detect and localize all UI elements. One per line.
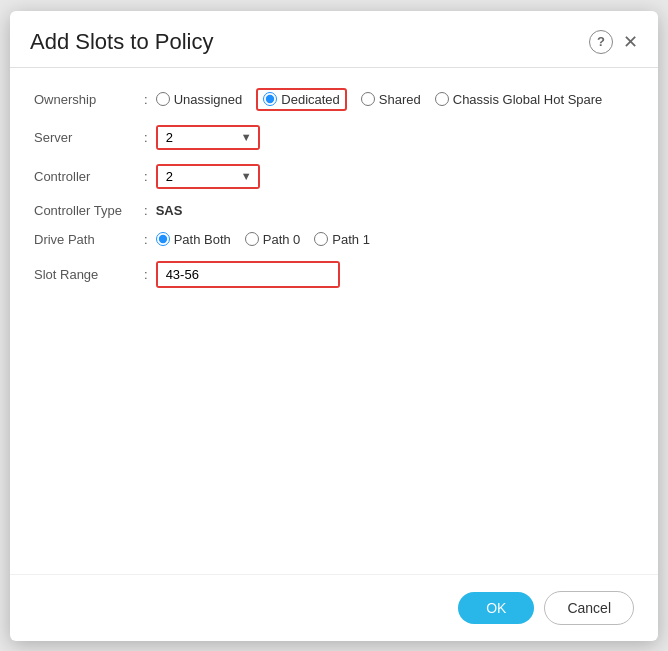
server-label: Server	[34, 130, 144, 145]
dialog-footer: OK Cancel	[10, 574, 658, 641]
ownership-row: Ownership : Unassigned Dedicated Shared	[34, 88, 634, 111]
drive-path-0[interactable]: Path 0	[245, 232, 301, 247]
ownership-label: Ownership	[34, 92, 144, 107]
add-slots-dialog: Add Slots to Policy ? ✕ Ownership : Unas…	[10, 11, 658, 641]
drive-path-0-radio[interactable]	[245, 232, 259, 246]
ownership-unassigned[interactable]: Unassigned	[156, 92, 243, 107]
drive-path-1[interactable]: Path 1	[314, 232, 370, 247]
ownership-shared[interactable]: Shared	[361, 92, 421, 107]
server-row: Server : 2 1 3 ▼	[34, 125, 634, 150]
controller-type-label: Controller Type	[34, 203, 144, 218]
ownership-dedicated-label: Dedicated	[281, 92, 340, 107]
ownership-radio-group: Unassigned Dedicated Shared Chassis Glob…	[156, 88, 603, 111]
drive-path-both[interactable]: Path Both	[156, 232, 231, 247]
close-button[interactable]: ✕	[623, 33, 638, 51]
drive-path-both-radio[interactable]	[156, 232, 170, 246]
ownership-chassis-radio[interactable]	[435, 92, 449, 106]
controller-row: Controller : 2 1 3 ▼	[34, 164, 634, 189]
controller-type-row: Controller Type : SAS	[34, 203, 634, 218]
ok-button[interactable]: OK	[458, 592, 534, 624]
ownership-unassigned-label: Unassigned	[174, 92, 243, 107]
dialog-header: Add Slots to Policy ? ✕	[10, 11, 658, 68]
controller-type-colon: :	[144, 203, 148, 218]
controller-colon: :	[144, 169, 148, 184]
drive-path-colon: :	[144, 232, 148, 247]
ownership-chassis-label: Chassis Global Hot Spare	[453, 92, 603, 107]
drive-path-1-label: Path 1	[332, 232, 370, 247]
help-button[interactable]: ?	[589, 30, 613, 54]
drive-path-row: Drive Path : Path Both Path 0 Path 1	[34, 232, 634, 247]
drive-path-1-radio[interactable]	[314, 232, 328, 246]
slot-range-row: Slot Range :	[34, 261, 634, 288]
cancel-button[interactable]: Cancel	[544, 591, 634, 625]
dialog-title: Add Slots to Policy	[30, 29, 213, 55]
controller-label: Controller	[34, 169, 144, 184]
drive-path-0-label: Path 0	[263, 232, 301, 247]
drive-path-both-label: Path Both	[174, 232, 231, 247]
header-actions: ? ✕	[589, 30, 638, 54]
ownership-shared-radio[interactable]	[361, 92, 375, 106]
slot-range-colon: :	[144, 267, 148, 282]
ownership-chassis[interactable]: Chassis Global Hot Spare	[435, 92, 603, 107]
drive-path-label: Drive Path	[34, 232, 144, 247]
controller-select-wrapper: 2 1 3 ▼	[156, 164, 260, 189]
slot-range-wrapper	[156, 261, 340, 288]
server-select[interactable]: 2 1 3	[158, 127, 258, 148]
ownership-unassigned-radio[interactable]	[156, 92, 170, 106]
ownership-colon: :	[144, 92, 148, 107]
slot-range-label: Slot Range	[34, 267, 144, 282]
ownership-shared-label: Shared	[379, 92, 421, 107]
drive-path-radio-group: Path Both Path 0 Path 1	[156, 232, 370, 247]
server-select-wrapper: 2 1 3 ▼	[156, 125, 260, 150]
controller-select[interactable]: 2 1 3	[158, 166, 258, 187]
server-colon: :	[144, 130, 148, 145]
ownership-dedicated[interactable]: Dedicated	[256, 88, 347, 111]
slot-range-input[interactable]	[158, 263, 338, 286]
controller-type-value: SAS	[156, 203, 183, 218]
ownership-dedicated-radio[interactable]	[263, 92, 277, 106]
dialog-body: Ownership : Unassigned Dedicated Shared	[10, 68, 658, 574]
